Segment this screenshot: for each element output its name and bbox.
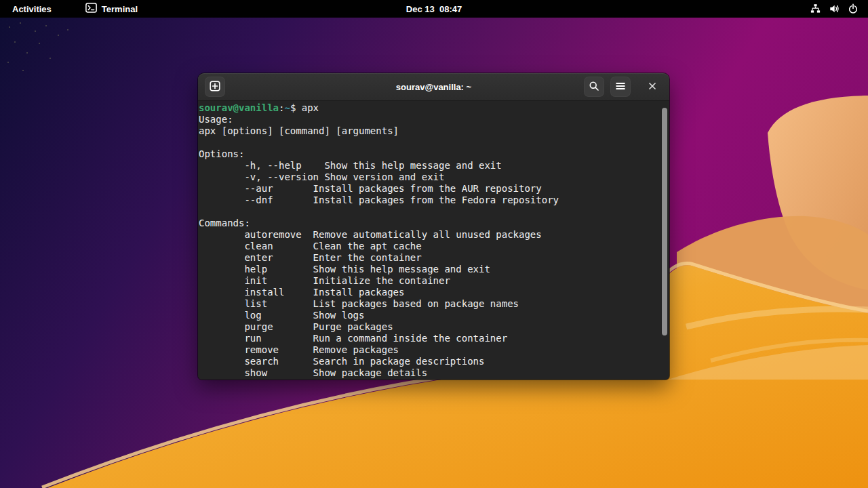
activities-button[interactable]: Activities: [8, 3, 56, 16]
scrollbar-thumb[interactable]: [662, 108, 667, 336]
prompt-command: $ apx: [290, 102, 319, 113]
search-button[interactable]: [584, 77, 604, 97]
close-button[interactable]: [641, 77, 664, 97]
terminal-output: sourav@vanilla:~$ apxUsage: apx [options…: [199, 102, 658, 379]
system-status-menu[interactable]: [810, 3, 859, 14]
window-title: sourav@vanilla: ~: [396, 82, 471, 92]
hamburger-menu-icon: [615, 81, 626, 94]
power-icon: [848, 3, 859, 14]
prompt-user-host: sourav@vanilla: [199, 102, 279, 113]
search-icon: [589, 81, 599, 94]
terminal-headerbar[interactable]: sourav@vanilla: ~: [198, 73, 669, 101]
close-icon: [648, 82, 656, 92]
new-tab-button[interactable]: [205, 77, 225, 97]
prompt-line: sourav@vanilla:~$ apx: [199, 102, 658, 114]
volume-icon: [829, 3, 840, 14]
app-menu-terminal[interactable]: Terminal: [85, 3, 138, 15]
terminal-window: sourav@vanilla: ~: [198, 73, 669, 380]
command-output-text: Usage: apx [options] [command] [argument…: [199, 114, 658, 379]
clock-button[interactable]: Dec 13 08:47: [406, 4, 462, 14]
menu-button[interactable]: [610, 77, 631, 97]
app-menu-label: Terminal: [102, 4, 138, 14]
new-tab-icon: [210, 81, 220, 94]
prompt-path: ~: [284, 102, 290, 113]
top-bar: Activities Terminal Dec 13 08:47: [0, 0, 868, 18]
terminal-icon: [85, 3, 97, 15]
terminal-screen[interactable]: sourav@vanilla:~$ apxUsage: apx [options…: [198, 101, 669, 380]
network-wired-icon: [810, 3, 821, 14]
